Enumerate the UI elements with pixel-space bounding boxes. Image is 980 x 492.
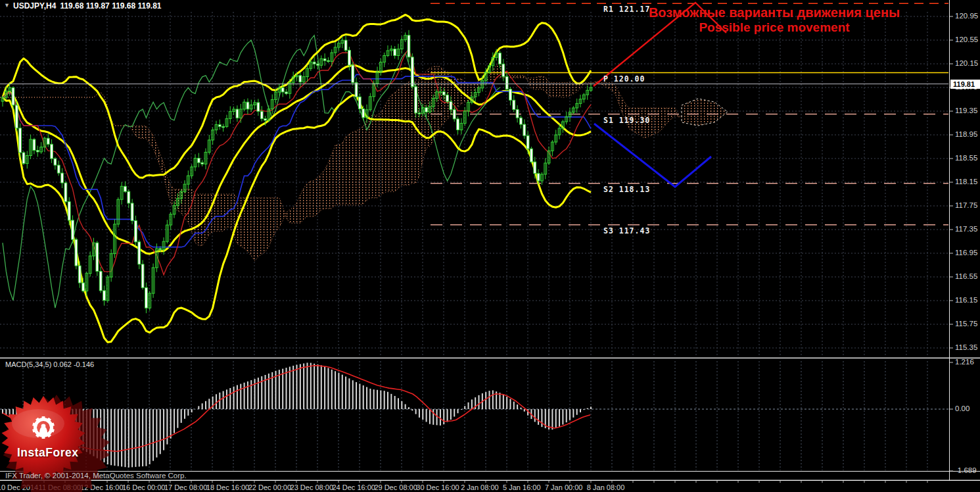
annotation-english: Possible price movement — [669, 20, 879, 35]
time-tick-5[interactable]: 18 Dec 16:00 — [206, 483, 249, 491]
tenkan-sen-line — [3, 49, 591, 275]
ichimoku-cloud — [0, 62, 682, 261]
price-tick-119.35[interactable]: 119.35 — [955, 107, 977, 114]
time-tick-9[interactable]: 29 Dec 08:00 — [374, 483, 417, 491]
annotation-russian: Возможные варианты движения цены — [643, 5, 906, 20]
price-tick-116.15[interactable]: 116.15 — [955, 296, 977, 304]
pivot-label-S1: S1 119.30 — [603, 116, 650, 125]
price-tick-116.55[interactable]: 116.55 — [955, 272, 977, 280]
instaforex-wordmark: InstaForex — [17, 446, 79, 460]
time-tick-8[interactable]: 24 Dec 16:00 — [332, 483, 375, 491]
price-tick-118.95[interactable]: 118.95 — [955, 130, 977, 138]
price-tick-118.15[interactable]: 118.15 — [955, 178, 977, 185]
time-tick-6[interactable]: 22 Dec 00:00 — [248, 483, 291, 491]
pivot-label-P: P 120.00 — [603, 74, 645, 84]
price-tick-116.95[interactable]: 116.95 — [955, 249, 977, 257]
price-tick-115.75[interactable]: 115.75 — [955, 320, 977, 328]
price-tick-118.55[interactable]: 118.55 — [955, 154, 977, 162]
price-tick-120.55[interactable]: 120.55 — [955, 36, 978, 43]
mt4-terminal: ▼ USDJPY,H4119.68 119.87 119.68 119.81 В… — [0, 0, 980, 492]
ohlc-values: 119.68 119.87 119.68 119.81 — [60, 1, 161, 11]
candles — [1, 30, 592, 313]
macd-tick--1.689[interactable]: -1.689 — [955, 466, 977, 474]
chart-title: USDJPY,H4119.68 119.87 119.68 119.81 — [13, 1, 166, 11]
bollinger-middle — [3, 66, 591, 254]
price-tick-115.35[interactable]: 115.35 — [955, 343, 977, 351]
pivot-label-S3: S3 117.43 — [603, 226, 650, 235]
time-tick-10[interactable]: 30 Dec 16:00 — [416, 483, 459, 491]
time-tick-11[interactable]: 2 Jan 08:00 — [461, 483, 499, 491]
chart-dropdown-icon[interactable]: ▼ — [4, 2, 10, 9]
price-tick-117.35[interactable]: 117.35 — [955, 225, 977, 233]
forward-cloud-tail — [682, 99, 728, 126]
pivot-label-S2: S2 118.13 — [603, 185, 650, 194]
macd-tick-1.216[interactable]: 1.216 — [955, 358, 974, 366]
symbol-period-label: USDJPY,H4 — [13, 1, 56, 11]
current-price-badge: 119.81 — [950, 80, 980, 89]
time-tick-13[interactable]: 7 Jan 00:00 — [545, 483, 583, 491]
price-tick-120.15[interactable]: 120.15 — [955, 59, 978, 67]
macd-tick-0.00[interactable]: 0.00 — [955, 405, 969, 412]
time-tick-12[interactable]: 5 Jan 16:00 — [503, 483, 541, 491]
macd-indicator-label: MACD(5,34,5) 0.062 -0.146 — [5, 360, 94, 368]
time-tick-14[interactable]: 8 Jan 08:00 — [587, 483, 625, 491]
price-tick-117.75[interactable]: 117.75 — [955, 201, 977, 209]
price-tick-120.95[interactable]: 120.95 — [955, 12, 978, 20]
time-tick-7[interactable]: 23 Dec 08:00 — [291, 483, 333, 491]
copyright-text: IFX Trader, © 2001-2014, MetaQuotes Soft… — [5, 472, 187, 480]
